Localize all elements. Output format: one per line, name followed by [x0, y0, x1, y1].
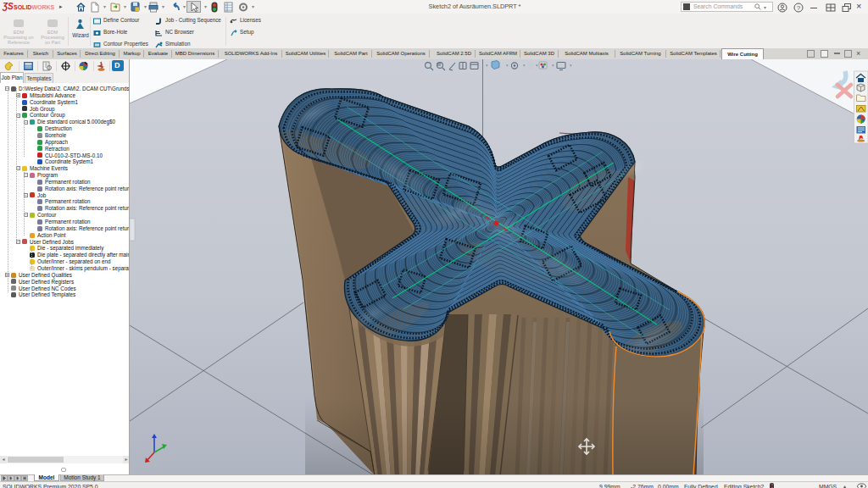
svg-text:?: ? — [797, 4, 801, 12]
